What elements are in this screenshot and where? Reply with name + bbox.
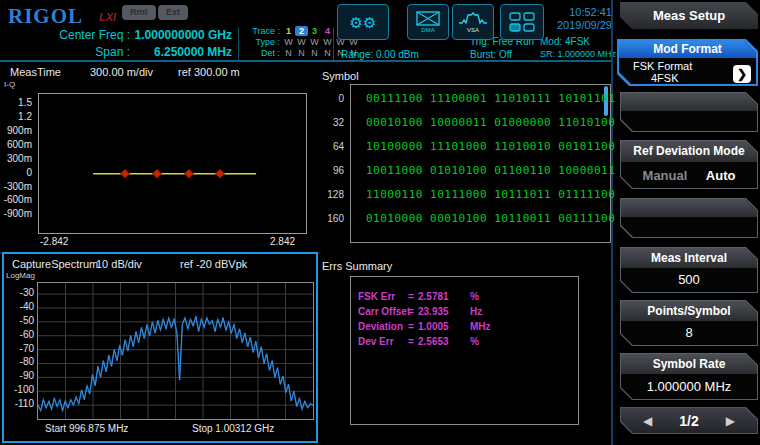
gear-icon: ⚙⚙ bbox=[350, 15, 377, 30]
symbol-rate-label: Symbol Rate bbox=[621, 354, 757, 374]
analyzer-screen: RIGOL LXI Rmt Ext Center Freq : 1.000000… bbox=[0, 0, 760, 445]
mod-status: Mod: 4FSK bbox=[540, 36, 590, 47]
page-prev-icon[interactable]: ◀ bbox=[643, 414, 652, 428]
err-unit: % bbox=[470, 291, 479, 302]
meas-interval-value: 500 bbox=[621, 268, 757, 292]
symbol-bits: 00111100 11100001 11010111 10101101 bbox=[366, 92, 615, 105]
meastime-scale: 300.00 m/div bbox=[90, 66, 153, 78]
clock: 10:52:41 2019/09/29 bbox=[546, 6, 612, 32]
symbol-offset: 64 bbox=[310, 141, 344, 152]
meastime-plot[interactable] bbox=[38, 93, 307, 234]
capture-scale: 10 dB/div bbox=[96, 258, 142, 270]
capture-mode: LogMag bbox=[6, 271, 35, 280]
err-label: FSK Err bbox=[358, 291, 395, 302]
dma-button[interactable]: DMA bbox=[407, 4, 449, 40]
burst-status: Burst: Off bbox=[470, 49, 512, 60]
vsa-button[interactable]: VSA bbox=[452, 4, 494, 40]
mod-format-softkey[interactable]: Mod Format FSK Format 4FSK ❯ bbox=[617, 39, 758, 86]
symbol-bits: 11000110 10111000 10111011 01111100 bbox=[366, 188, 615, 201]
empty-softkey bbox=[620, 92, 758, 132]
err-value: 1.0005 bbox=[418, 321, 449, 332]
settings-button[interactable]: ⚙⚙ bbox=[337, 4, 389, 40]
rmt-indicator: Rmt bbox=[122, 5, 156, 20]
err-value: 23.935 bbox=[418, 306, 449, 317]
meastime-ref: ref 300.00 m bbox=[178, 66, 240, 78]
span-label: Span : bbox=[10, 45, 130, 59]
ext-indicator: Ext bbox=[158, 5, 188, 20]
header-divider bbox=[238, 27, 239, 60]
span-value[interactable]: 6.250000 MHz bbox=[132, 45, 232, 59]
spectrum-plot[interactable] bbox=[37, 282, 314, 420]
symbol-title: Symbol bbox=[322, 70, 359, 82]
det-label: Det : bbox=[244, 48, 280, 58]
err-unit: MHz bbox=[470, 321, 491, 332]
center-freq-value[interactable]: 1.000000000 GHz bbox=[132, 28, 232, 42]
err-unit: % bbox=[470, 336, 479, 347]
err-value: 2.5781 bbox=[418, 291, 449, 302]
symbol-offset: 128 bbox=[310, 189, 344, 200]
symbol-offset: 96 bbox=[310, 165, 344, 176]
capture-title: CaptureSpectrum bbox=[12, 258, 98, 270]
meastime-title: MeasTime bbox=[10, 66, 61, 78]
meastime-x-min: -2.842 bbox=[40, 236, 68, 247]
type-label: Type : bbox=[244, 37, 280, 47]
symbol-offset: 160 bbox=[310, 213, 344, 224]
header-divider bbox=[333, 27, 334, 60]
vsa-icon bbox=[459, 12, 487, 26]
option-manual[interactable]: Manual bbox=[643, 168, 688, 183]
points-symbol-value: 8 bbox=[621, 321, 757, 345]
meastime-trace bbox=[39, 94, 306, 233]
symbol-offset: 32 bbox=[310, 117, 344, 128]
meas-interval-label: Meas Interval bbox=[621, 248, 757, 268]
points-symbol-label: Points/Symbol bbox=[621, 301, 757, 321]
meastime-x-max: 2.842 bbox=[270, 236, 295, 247]
center-freq-label: Center Freq : bbox=[10, 28, 130, 42]
page-nav[interactable]: ◀ 1/2 ▶ bbox=[620, 407, 758, 434]
err-label: Carr Offset bbox=[358, 306, 410, 317]
ref-deviation-label: Ref Deviation Mode bbox=[621, 141, 757, 162]
option-auto[interactable]: Auto bbox=[706, 168, 736, 183]
symbol-bits: 10100000 11101000 11010010 00101100 bbox=[366, 140, 615, 153]
symbol-bits: 01010000 00010100 10110011 00111100 bbox=[366, 212, 615, 225]
time-value: 10:52:41 bbox=[546, 6, 612, 19]
err-label: Dev Err bbox=[358, 336, 394, 347]
symbol-offset: 0 bbox=[310, 93, 344, 104]
empty-softkey bbox=[620, 198, 758, 238]
trace-3[interactable]: 3 bbox=[308, 26, 321, 36]
spectrum-start-label: Start 996.875 MHz bbox=[45, 423, 128, 434]
trace-2-active[interactable]: 2 bbox=[295, 26, 308, 36]
symbol-bits: 10011000 01010100 01100110 10000011 bbox=[366, 164, 615, 177]
lxi-logo: LXI bbox=[99, 11, 116, 23]
symbol-rate-value: 1.000000 MHz bbox=[621, 374, 757, 399]
trace-label: Trace : bbox=[244, 26, 280, 36]
capture-ref: ref -20 dBVpk bbox=[180, 258, 247, 270]
mod-format-label: Mod Format bbox=[619, 41, 756, 58]
spectrum-trace bbox=[38, 283, 313, 419]
trace-1[interactable]: 1 bbox=[282, 26, 295, 36]
header-separator bbox=[0, 60, 612, 62]
symbol-bits: 00010100 10000011 01000000 11010100 bbox=[366, 116, 615, 129]
errs-title: Errs Summary bbox=[322, 260, 392, 272]
page-next-icon[interactable]: ▶ bbox=[726, 414, 735, 428]
meas-interval-softkey[interactable]: Meas Interval 500 bbox=[620, 247, 758, 293]
rigol-logo: RIGOL bbox=[8, 4, 83, 29]
menu-title-meas-setup: Meas Setup bbox=[620, 2, 758, 29]
ref-deviation-mode-softkey[interactable]: Ref Deviation Mode Manual Auto bbox=[620, 140, 758, 189]
date-value: 2019/09/29 bbox=[546, 19, 612, 32]
meastime-mode: I-Q bbox=[4, 80, 15, 89]
err-value: 2.5653 bbox=[418, 336, 449, 347]
err-label: Deviation bbox=[358, 321, 403, 332]
window-layout-icon bbox=[509, 12, 535, 32]
sr-status: SR: 1.000000 MHz bbox=[540, 49, 616, 59]
err-unit: Hz bbox=[470, 306, 482, 317]
points-symbol-softkey[interactable]: Points/Symbol 8 bbox=[620, 300, 758, 346]
range-status: Range: 0.00 dBm bbox=[341, 49, 419, 60]
page-indicator: 1/2 bbox=[679, 413, 698, 429]
chevron-right-icon[interactable]: ❯ bbox=[733, 65, 751, 83]
dma-icon bbox=[416, 11, 440, 26]
spectrum-stop-label: Stop 1.00312 GHz bbox=[192, 423, 274, 434]
window-layout-button[interactable] bbox=[500, 4, 544, 40]
symbol-rate-softkey[interactable]: Symbol Rate 1.000000 MHz bbox=[620, 353, 758, 400]
